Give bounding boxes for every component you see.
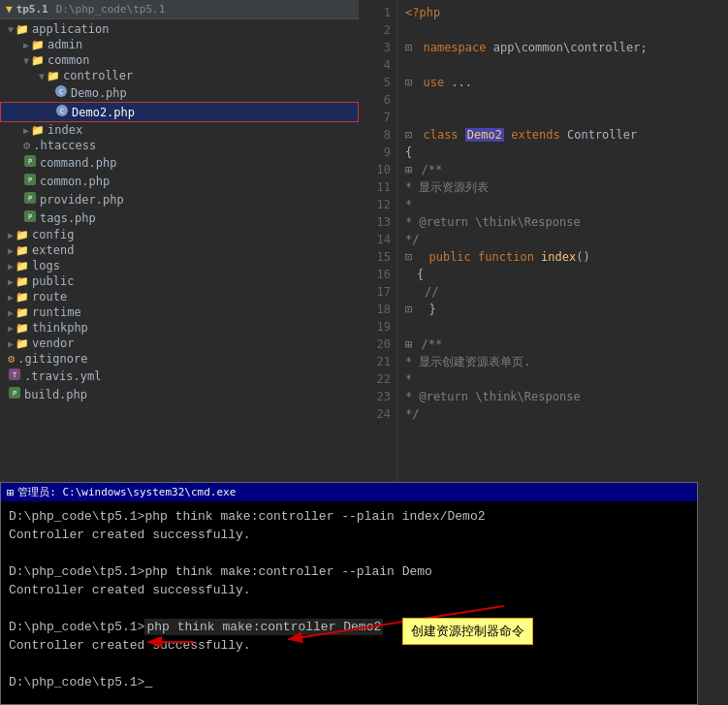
arrow-icon: ▶ <box>8 338 14 349</box>
tree-item-gitignore[interactable]: ⚙ .gitignore <box>0 351 359 367</box>
folder-index-icon: 📁 <box>31 124 45 137</box>
annotation-text: 创建资源控制器命令 <box>411 624 524 638</box>
tree-item-vendor[interactable]: ▶ 📁 vendor <box>0 336 359 351</box>
code-line-18: ⊡ } <box>405 301 720 318</box>
file-tree-panel: ▼ tp5.1 D:\php_code\tp5.1 ▼ 📁 applicatio… <box>0 0 359 705</box>
cmd-icon: ⊞ <box>7 486 14 499</box>
tree-label: .htaccess <box>33 139 96 152</box>
tree-item-demo-php[interactable]: C Demo.php <box>0 83 359 102</box>
code-line-4 <box>405 56 720 74</box>
svg-text:P: P <box>28 195 32 203</box>
tree-label: vendor <box>32 336 74 350</box>
folder-admin-icon: 📁 <box>31 39 45 51</box>
tree-label: public <box>32 274 74 288</box>
arrow-icon: ▶ <box>8 292 14 303</box>
php2-file-icon: P <box>23 191 37 208</box>
tree-item-controller[interactable]: ▼ 📁 controller <box>0 68 359 83</box>
tree-item-htaccess[interactable]: ⚙ .htaccess <box>0 138 359 153</box>
cmd-window: ⊞ 管理员: C:\windows\system32\cmd.exe D:\ph… <box>0 482 698 705</box>
tree-item-demo2-php[interactable]: C Demo2.php <box>0 102 359 122</box>
code-line-24: */ <box>405 405 720 423</box>
build-icon: P <box>8 386 21 402</box>
tree-item-travis[interactable]: T .travis.yml <box>0 367 359 385</box>
folder-logs-icon: 📁 <box>16 260 29 272</box>
php2-file-icon: P <box>23 154 37 171</box>
annotation-box: 创建资源控制器命令 <box>402 618 533 645</box>
htaccess-icon: ⚙ <box>23 139 30 152</box>
tree-label: Demo.php <box>71 86 127 100</box>
svg-text:P: P <box>28 158 32 166</box>
tree-label: command.php <box>40 156 116 170</box>
cmd-line-3 <box>9 544 689 562</box>
tree-item-public[interactable]: ▶ 📁 public <box>0 273 359 289</box>
tree-label: common <box>47 53 89 67</box>
tree-item-application[interactable]: ▼ 📁 application <box>0 21 359 37</box>
code-line-11: * 显示资源列表 <box>405 178 720 196</box>
code-line-12: * <box>405 196 720 213</box>
tree-item-build[interactable]: P build.php <box>0 385 359 403</box>
tree-item-logs[interactable]: ▶ 📁 logs <box>0 258 359 273</box>
folder-application-icon: 📁 <box>16 23 29 36</box>
code-line-6 <box>405 91 720 109</box>
tree-label: provider.php <box>40 193 124 207</box>
tree-label: controller <box>63 69 133 82</box>
code-line-15: ⊡ public function index() <box>405 248 720 266</box>
tree-label: common.php <box>40 175 110 188</box>
folder-config-icon: 📁 <box>16 229 29 241</box>
arrow-icon: ▶ <box>23 125 29 136</box>
cmd-line-5: Controller created successfully. <box>9 581 689 599</box>
code-line-21: * 显示创建资源表单页. <box>405 353 720 370</box>
cmd-line-9 <box>9 655 689 673</box>
tree-label: build.php <box>24 388 87 401</box>
arrow-icon: ▼ <box>8 24 14 35</box>
code-line-13: * @return \think\Response <box>405 213 720 231</box>
tree-label: extend <box>32 243 74 257</box>
project-title: tp5.1 <box>16 3 48 16</box>
tree-item-command-php[interactable]: P command.php <box>0 153 359 172</box>
code-line-22: * <box>405 370 720 388</box>
tree-item-common-php[interactable]: P common.php <box>0 172 359 190</box>
cmd-content: D:\php_code\tp5.1>php think make:control… <box>1 501 697 701</box>
tree-label: application <box>32 22 109 36</box>
tree-label: logs <box>32 259 60 272</box>
tree-item-provider-php[interactable]: P provider.php <box>0 190 359 208</box>
cmd-titlebar: ⊞ 管理员: C:\windows\system32\cmd.exe <box>1 483 697 501</box>
project-header: ▼ tp5.1 D:\php_code\tp5.1 <box>0 0 359 19</box>
tree-item-tags-php[interactable]: P tags.php <box>0 208 359 227</box>
cmd-line-10: D:\php_code\tp5.1>_ <box>9 673 689 691</box>
tree-label: admin <box>47 38 82 51</box>
tree-label: tags.php <box>40 211 96 225</box>
project-path: D:\php_code\tp5.1 <box>56 3 166 16</box>
svg-text:P: P <box>13 390 16 398</box>
code-line-10: ⊞ /** <box>405 161 720 178</box>
code-line-17: // <box>405 283 720 301</box>
folder-icon: ▼ <box>6 3 13 16</box>
folder-runtime-icon: 📁 <box>16 306 29 319</box>
tree-item-index[interactable]: ▶ 📁 index <box>0 122 359 138</box>
tree-item-thinkphp[interactable]: ▶ 📁 thinkphp <box>0 320 359 336</box>
tree-item-route[interactable]: ▶ 📁 route <box>0 289 359 304</box>
folder-route-icon: 📁 <box>16 291 29 304</box>
tree-item-extend[interactable]: ▶ 📁 extend <box>0 242 359 258</box>
cmd-title: 管理员: C:\windows\system32\cmd.exe <box>17 485 236 499</box>
tree-label: runtime <box>32 305 81 319</box>
tree-item-runtime[interactable]: ▶ 📁 runtime <box>0 304 359 320</box>
arrow-icon: ▶ <box>8 261 14 272</box>
code-line-14: */ <box>405 231 720 248</box>
php2-file-icon: P <box>23 173 37 189</box>
arrow-icon: ▶ <box>8 230 14 240</box>
tree-label: .gitignore <box>17 352 87 366</box>
tree-item-config[interactable]: ▶ 📁 config <box>0 227 359 242</box>
code-line-19 <box>405 318 720 336</box>
arrow-icon: ▼ <box>23 55 29 66</box>
code-line-5: ⊡ use ... <box>405 74 720 91</box>
tree-item-common[interactable]: ▼ 📁 common <box>0 52 359 68</box>
travis-icon: T <box>8 368 21 384</box>
arrow-icon: ▶ <box>23 40 29 50</box>
code-line-8: ⊡ class Demo2 extends Controller <box>405 126 720 144</box>
cmd-line-6 <box>9 599 689 618</box>
tree-item-admin[interactable]: ▶ 📁 admin <box>0 37 359 52</box>
code-line-16: { <box>405 266 720 283</box>
folder-public-icon: 📁 <box>16 275 29 288</box>
arrow-icon: ▼ <box>39 71 45 81</box>
